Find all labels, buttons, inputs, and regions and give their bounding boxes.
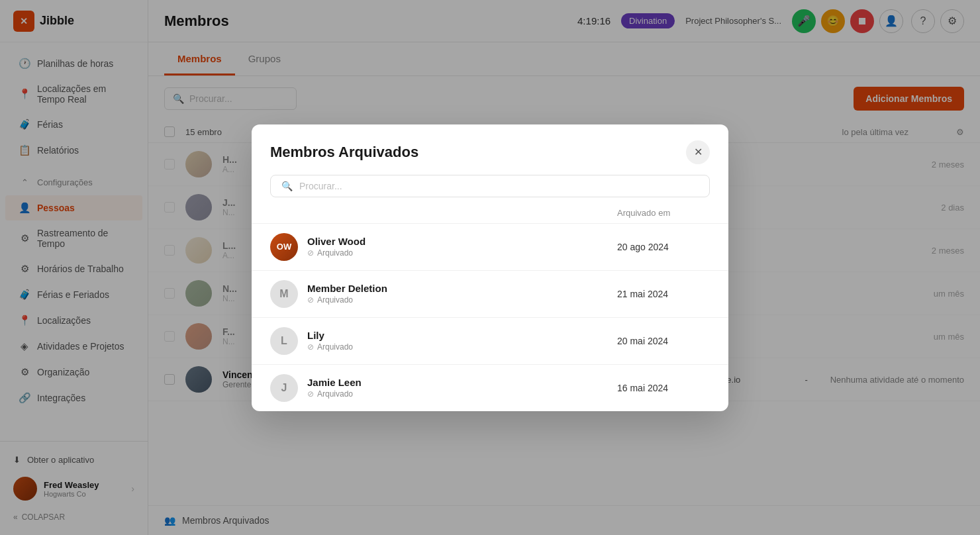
modal-search-box[interactable]: 🔍 Procurar... [270, 175, 710, 197]
list-item: M Member Deletion ⊘ Arquivado 21 mai 202… [252, 271, 728, 318]
archived-icon: ⊘ [307, 389, 314, 399]
modal-overlay[interactable]: Membros Arquivados ✕ 🔍 Procurar... Arqui… [0, 0, 980, 535]
archived-status: ⊘ Arquivado [307, 389, 608, 399]
archived-icon: ⊘ [307, 248, 314, 258]
modal-table-header: Arquivado em [252, 203, 728, 224]
modal-close-button[interactable]: ✕ [686, 140, 710, 164]
archived-icon: ⊘ [307, 295, 314, 305]
archived-date: 20 mai 2024 [617, 336, 710, 346]
modal-header: Membros Arquivados ✕ [252, 124, 728, 175]
archived-status: ⊘ Arquivado [307, 248, 608, 258]
archived-label: Arquivado [317, 389, 353, 399]
archived-date: 16 mai 2024 [617, 383, 710, 393]
archived-label: Arquivado [317, 342, 353, 352]
archived-date: 21 mai 2024 [617, 289, 710, 299]
archived-label: Arquivado [317, 248, 353, 258]
col-archived-header: Arquivado em [617, 208, 710, 218]
modal-search-placeholder: Procurar... [299, 181, 342, 191]
archived-status: ⊘ Arquivado [307, 295, 608, 305]
list-item: OW Oliver Wood ⊘ Arquivado 20 ago 2024 [252, 224, 728, 271]
member-name: Jamie Leen [307, 377, 608, 388]
member-info: Member Deletion ⊘ Arquivado [307, 283, 608, 305]
member-info: Oliver Wood ⊘ Arquivado [307, 236, 608, 258]
avatar: J [270, 374, 298, 402]
list-item: L Lily ⊘ Arquivado 20 mai 2024 [252, 318, 728, 365]
avatar: OW [270, 233, 298, 261]
archived-label: Arquivado [317, 295, 353, 305]
member-info: Jamie Leen ⊘ Arquivado [307, 377, 608, 399]
modal-title: Membros Arquivados [270, 144, 418, 161]
archived-icon: ⊘ [307, 342, 314, 352]
archived-date: 20 ago 2024 [617, 242, 710, 252]
member-name: Lily [307, 330, 608, 341]
col-name-header [270, 208, 617, 218]
modal-body: OW Oliver Wood ⊘ Arquivado 20 ago 2024 M… [252, 224, 728, 411]
member-info: Lily ⊘ Arquivado [307, 330, 608, 352]
search-icon: 🔍 [281, 181, 293, 191]
avatar: L [270, 327, 298, 355]
archived-members-modal: Membros Arquivados ✕ 🔍 Procurar... Arqui… [252, 124, 728, 411]
avatar: M [270, 280, 298, 308]
list-item: J Jamie Leen ⊘ Arquivado 16 mai 2024 [252, 365, 728, 411]
member-name: Oliver Wood [307, 236, 608, 247]
member-name: Member Deletion [307, 283, 608, 294]
archived-status: ⊘ Arquivado [307, 342, 608, 352]
